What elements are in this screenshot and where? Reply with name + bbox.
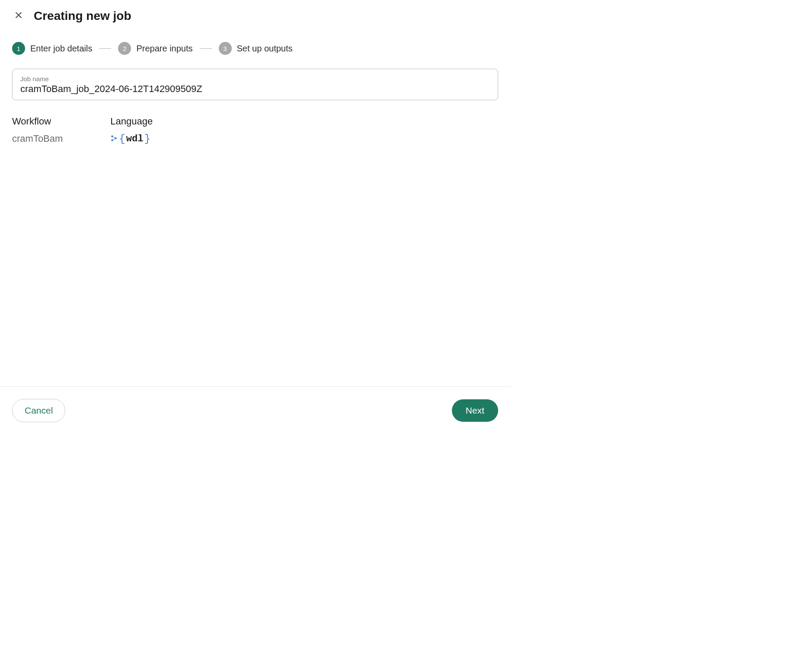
svg-line-3 [113,137,115,138]
job-name-label: Job name [20,75,490,83]
modal-header: Creating new job [0,0,510,32]
svg-point-2 [115,137,117,139]
workflow-info: Workflow cramToBam [12,116,63,145]
language-info: Language { wdl } [110,116,153,145]
svg-point-0 [112,135,114,137]
workflow-icon [110,134,118,144]
form-area: Job name [0,69,510,100]
close-button[interactable] [12,9,25,23]
language-value: wdl [126,134,144,144]
step-label: Enter job details [30,44,92,54]
step-number-2: 2 [118,42,131,55]
step-connector [99,48,111,49]
page-title: Creating new job [34,9,131,23]
job-name-input[interactable] [20,83,490,95]
close-icon [14,10,23,21]
step-set-up-outputs[interactable]: 3 Set up outputs [219,42,293,55]
svg-point-1 [112,139,114,141]
footer: Cancel Next [0,386,510,434]
step-connector [200,48,212,49]
stepper: 1 Enter job details 2 Prepare inputs 3 S… [0,32,510,69]
next-button[interactable]: Next [452,399,498,422]
brace-close-icon: } [144,133,150,145]
job-name-field[interactable]: Job name [12,69,498,100]
brace-open-icon: { [119,133,125,145]
svg-line-4 [113,138,115,140]
cancel-button[interactable]: Cancel [12,399,65,422]
language-label: Language [110,116,153,127]
step-prepare-inputs[interactable]: 2 Prepare inputs [118,42,192,55]
step-number-3: 3 [219,42,232,55]
language-badge: { wdl } [110,133,153,145]
info-row: Workflow cramToBam Language { wdl } [0,100,510,145]
step-label: Set up outputs [237,44,293,54]
workflow-label: Workflow [12,116,63,127]
step-enter-job-details[interactable]: 1 Enter job details [12,42,92,55]
workflow-value: cramToBam [12,133,63,144]
step-number-1: 1 [12,42,25,55]
step-label: Prepare inputs [136,44,192,54]
